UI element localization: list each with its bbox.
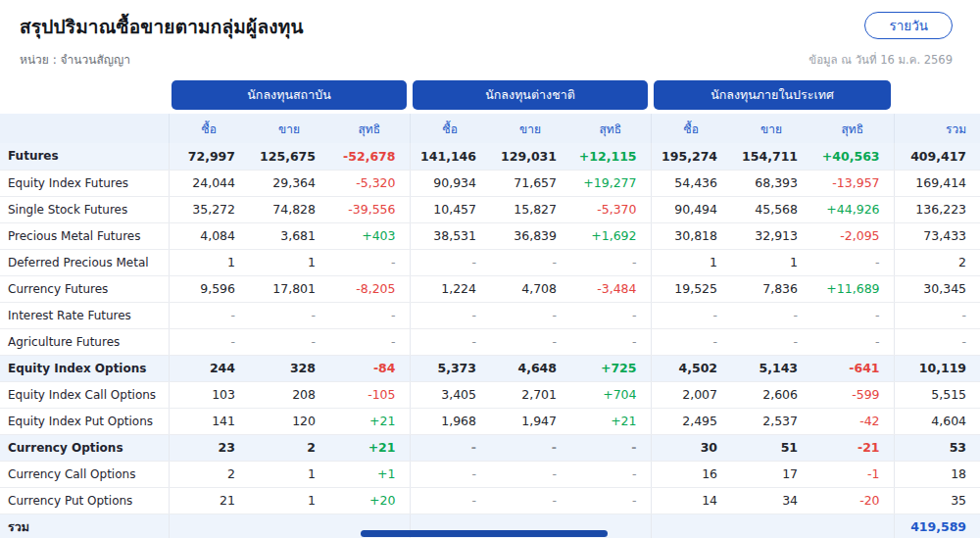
table-row: Futures72,997125,675-52,678141,146129,03… [0,143,980,170]
cell: -52,678 [329,143,410,170]
cell: 68,393 [731,170,811,196]
cell: 73,433 [894,222,980,249]
table-head: นักลงทุนสถาบันนักลงทุนต่างชาตินักลงทุนภา… [0,80,980,143]
cell: 4,084 [169,222,249,249]
cell: +21 [570,408,651,434]
cell: -39,556 [329,196,410,222]
cell: 19,525 [651,275,731,302]
cell: 2,606 [731,381,811,408]
cell: 1 [169,249,249,275]
table-row: Interest Rate Futures---------- [0,302,980,328]
cell: 4,648 [490,355,570,381]
cell [651,514,731,538]
cell: 1 [731,249,811,275]
cell [811,514,894,538]
cell: 125,675 [249,143,329,170]
cell: 2,701 [490,381,570,408]
sub-header-spacer [0,114,169,143]
cell: - [410,487,490,514]
cell: - [570,249,651,275]
cell: 15,827 [490,196,570,222]
cell [731,514,811,538]
cell: 32,913 [731,222,811,249]
row-label: Currency Put Options [0,487,169,514]
row-label: Deferred Precious Metal [0,249,169,275]
cell: +21 [329,434,410,461]
row-label: Equity Index Call Options [0,381,169,408]
cell: -105 [329,381,410,408]
cell: 2 [169,461,249,487]
group-header-spacer [0,80,169,114]
cell: -13,957 [811,170,894,196]
cell: 51 [731,434,811,461]
cell: - [410,328,490,355]
cell: +19,277 [570,170,651,196]
cell: 1 [249,461,329,487]
row-label: Precious Metal Futures [0,222,169,249]
cell: - [490,249,570,275]
cell: -21 [811,434,894,461]
investor-volume-table: นักลงทุนสถาบันนักลงทุนต่างชาตินักลงทุนภา… [0,80,980,538]
cell: -5,370 [570,196,651,222]
horizontal-scrollbar-thumb[interactable] [361,530,608,537]
table-row: Equity Index Put Options141120+211,9681,… [0,408,980,434]
cell: 34 [731,487,811,514]
table-row: Equity Index Futures24,04429,364-5,32090… [0,170,980,196]
cell [249,514,329,538]
cell: 90,494 [651,196,731,222]
cell: 17 [731,461,811,487]
meta-row: หน่วย : จำนวนสัญญา ข้อมูล ณ วันที่ 16 ม.… [0,41,980,80]
cell: 36,839 [490,222,570,249]
table-row: Currency Options232+21---3051-2153 [0,434,980,461]
cell: 10,119 [894,355,980,381]
daily-view-button[interactable]: รายวัน [864,12,953,39]
cell: - [490,434,570,461]
group-header-cell: นักลงทุนสถาบัน [169,80,410,114]
cell: -42 [811,408,894,434]
cell: - [651,302,731,328]
table-row: Single Stock Futures35,27274,828-39,5561… [0,196,980,222]
cell: 1,224 [410,275,490,302]
cell: - [490,302,570,328]
cell: 120 [249,408,329,434]
cell: 328 [249,355,329,381]
grand-total-value: 419,589 [894,514,980,538]
cell: -1 [811,461,894,487]
cell: +725 [570,355,651,381]
cell: +403 [329,222,410,249]
total-row-label: รวม [0,514,169,538]
cell: 29,364 [249,170,329,196]
cell: 16 [651,461,731,487]
cell: - [329,328,410,355]
cell: 71,657 [490,170,570,196]
cell: 18 [894,461,980,487]
group-header-row: นักลงทุนสถาบันนักลงทุนต่างชาตินักลงทุนภา… [0,80,980,114]
cell: 141 [169,408,249,434]
cell: +20 [329,487,410,514]
cell: 154,711 [731,143,811,170]
cell: - [490,328,570,355]
row-label: Currency Options [0,434,169,461]
cell: 45,568 [731,196,811,222]
cell: -5,320 [329,170,410,196]
row-label: Equity Index Options [0,355,169,381]
group-header-cell: นักลงทุนภายในประเทศ [651,80,894,114]
cell: -599 [811,381,894,408]
group-header-2: นักลงทุนต่างชาติ [413,80,648,110]
cell: - [410,249,490,275]
cell: 2 [249,434,329,461]
cell: 169,414 [894,170,980,196]
cell: 5,515 [894,381,980,408]
cell: +21 [329,408,410,434]
cell: 2 [894,249,980,275]
col-header-net: สุทธิ [811,114,894,143]
row-label: Currency Call Options [0,461,169,487]
cell: 2,537 [731,408,811,434]
cell: 1 [249,487,329,514]
cell: +40,563 [811,143,894,170]
table-body: Futures72,997125,675-52,678141,146129,03… [0,143,980,538]
cell: 129,031 [490,143,570,170]
cell: +44,926 [811,196,894,222]
unit-label: หน่วย : จำนวนสัญญา [20,50,130,69]
cell: - [570,328,651,355]
